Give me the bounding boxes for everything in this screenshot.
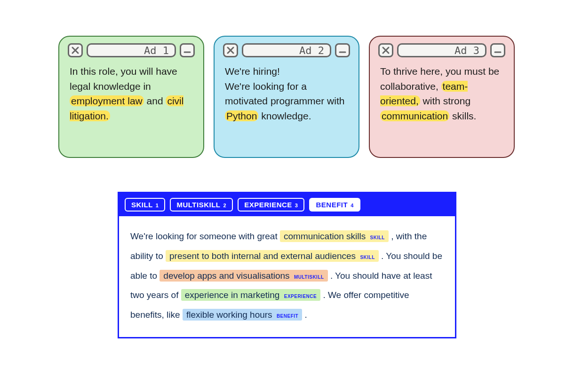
annotation-body: We're looking for someone with great com…	[119, 216, 455, 337]
minimize-icon[interactable]	[335, 43, 350, 57]
card-body: To thrive here, you must be collaborativ…	[378, 57, 505, 123]
tab-label: MULTISKILL	[176, 201, 220, 209]
tab-key: 4	[351, 203, 354, 208]
minimize-icon[interactable]	[490, 43, 505, 57]
card-titlebar: Ad 2	[223, 43, 350, 57]
card-title: Ad 2	[242, 43, 331, 57]
entity-label: SKILL	[370, 235, 385, 240]
tab-experience[interactable]: EXPERIENCE3	[238, 198, 304, 212]
minimize-icon[interactable]	[180, 43, 195, 57]
annotation-panel: SKILL1MULTISKILL2EXPERIENCE3BENEFIT4 We'…	[118, 192, 456, 338]
ad-card-3: Ad 3To thrive here, you must be collabor…	[369, 36, 515, 158]
entity-label: EXPERIENCE	[284, 294, 317, 299]
tab-skill[interactable]: SKILL1	[125, 198, 165, 212]
tab-key: 3	[295, 203, 298, 208]
card-titlebar: Ad 3	[378, 43, 505, 57]
card-title: Ad 3	[397, 43, 486, 57]
entity-skill[interactable]: present to both internal and external au…	[166, 250, 379, 262]
ad-cards-row: Ad 1In this role, you will have legal kn…	[0, 0, 574, 158]
card-body: In this role, you will have legal knowle…	[68, 57, 195, 123]
entity-label: MULTISKILL	[294, 274, 324, 280]
close-icon[interactable]	[68, 43, 83, 57]
tab-key: 1	[156, 203, 159, 208]
highlight: team-oriented,	[380, 81, 468, 107]
entity-label: SKILL	[360, 255, 375, 260]
card-body: We're hiring!We're looking for a motivat…	[223, 57, 350, 123]
highlight: communication	[380, 110, 449, 121]
entity-experience[interactable]: experience in marketing EXPERIENCE	[181, 289, 320, 301]
tab-label: EXPERIENCE	[244, 201, 292, 209]
close-icon[interactable]	[378, 43, 393, 57]
ad-card-1: Ad 1In this role, you will have legal kn…	[58, 36, 204, 158]
highlight: Python	[225, 110, 258, 121]
entity-skill[interactable]: communication skills SKILL	[280, 230, 389, 242]
entity-label: BENEFIT	[277, 314, 298, 319]
card-title: Ad 1	[87, 43, 176, 57]
tab-label: BENEFIT	[316, 201, 348, 209]
entity-multiskill[interactable]: develop apps and visualisations MULTISKI…	[159, 270, 327, 282]
tab-label: SKILL	[131, 201, 153, 209]
ad-card-2: Ad 2We're hiring!We're looking for a mot…	[214, 36, 359, 158]
tab-key: 2	[223, 203, 227, 208]
tab-benefit[interactable]: BENEFIT4	[309, 198, 360, 212]
tab-multiskill[interactable]: MULTISKILL2	[170, 198, 233, 212]
entity-benefit[interactable]: flexible working hours BENEFIT	[183, 309, 302, 321]
card-titlebar: Ad 1	[68, 43, 195, 57]
annotation-tabs: SKILL1MULTISKILL2EXPERIENCE3BENEFIT4	[119, 193, 455, 216]
close-icon[interactable]	[223, 43, 238, 57]
highlight: employment law	[70, 95, 144, 106]
